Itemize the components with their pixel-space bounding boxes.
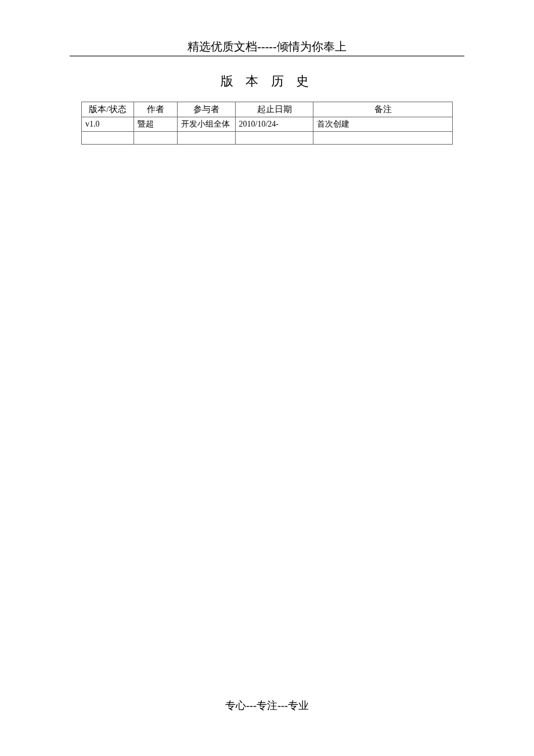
cell-version: v1.0	[82, 117, 134, 132]
page-header: 精选优质文档-----倾情为你奉上	[70, 39, 464, 55]
cell-note	[313, 132, 453, 145]
cell-note: 首次创建	[313, 117, 453, 132]
cell-participant: 开发小组全体	[177, 117, 235, 132]
table-row	[82, 132, 453, 145]
page-title: 版 本 历 史	[0, 73, 534, 90]
footer-text: 专心---专注---专业	[225, 700, 309, 711]
header-text: 精选优质文档-----倾情为你奉上	[187, 40, 346, 53]
version-history-table: 版本/状态 作者 参与者 起止日期 备注 v1.0 暨超 开发小组全体 2010…	[81, 102, 453, 145]
cell-date: 2010/10/24-	[235, 117, 313, 132]
title-text: 版 本 历 史	[221, 74, 314, 88]
header-version: 版本/状态	[82, 102, 134, 117]
table-header-row: 版本/状态 作者 参与者 起止日期 备注	[82, 102, 453, 117]
header-date: 起止日期	[235, 102, 313, 117]
header-rule	[70, 55, 464, 57]
header-participant: 参与者	[177, 102, 235, 117]
cell-author: 暨超	[134, 117, 177, 132]
cell-date	[235, 132, 313, 145]
page-footer: 专心---专注---专业	[0, 699, 534, 712]
header-note: 备注	[313, 102, 453, 117]
cell-participant	[177, 132, 235, 145]
table-row: v1.0 暨超 开发小组全体 2010/10/24- 首次创建	[82, 117, 453, 132]
header-author: 作者	[134, 102, 177, 117]
cell-author	[134, 132, 177, 145]
cell-version	[82, 132, 134, 145]
